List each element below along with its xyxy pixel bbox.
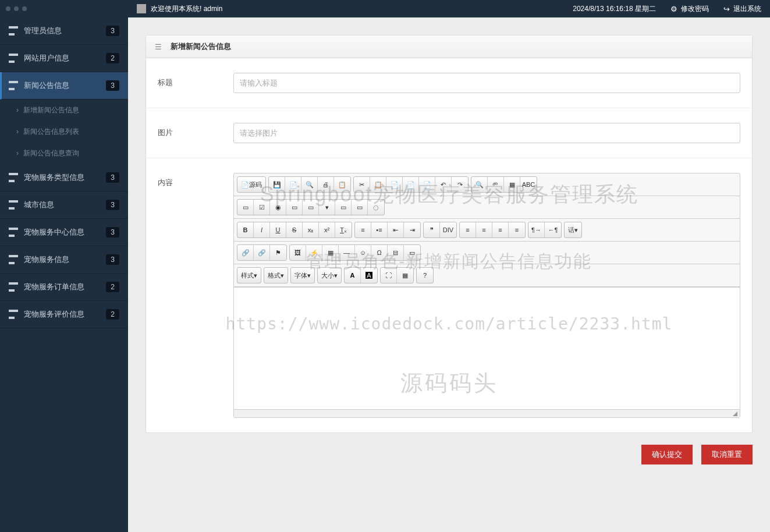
subscript-icon[interactable]: x₂: [303, 222, 319, 237]
underline-icon[interactable]: U: [270, 222, 286, 237]
print-icon[interactable]: 🖨: [318, 177, 334, 192]
nav-badge: 3: [106, 200, 119, 210]
anchor-icon[interactable]: ⚑: [270, 245, 286, 260]
flash-icon[interactable]: ⚡: [306, 245, 322, 260]
editor-resize-handle[interactable]: [234, 409, 740, 417]
ltr-icon[interactable]: ¶→: [528, 222, 545, 237]
hr-icon[interactable]: —: [339, 245, 355, 260]
paste-text-icon[interactable]: 📄: [403, 177, 419, 192]
nav-badge: 3: [106, 80, 119, 91]
rtl-icon[interactable]: ←¶: [545, 222, 561, 237]
undo-icon[interactable]: ↶: [435, 177, 452, 192]
nav-news[interactable]: 新闻公告信息 3: [0, 72, 128, 100]
image-input[interactable]: [233, 123, 740, 143]
nav-badge: 3: [106, 172, 119, 183]
unlink-icon[interactable]: 🔗: [254, 245, 270, 260]
nav-pet-review[interactable]: 宠物服务评价信息 2: [0, 301, 128, 328]
grid-icon: [9, 200, 18, 210]
save-icon[interactable]: 💾: [269, 177, 285, 192]
nav-admin[interactable]: 管理员信息 3: [0, 17, 128, 45]
nav-pet-center[interactable]: 宠物服务中心信息 3: [0, 219, 128, 246]
checkbox-icon[interactable]: ☑: [254, 200, 270, 215]
sub-add-news[interactable]: 新增新闻公告信息: [0, 100, 128, 121]
link-icon[interactable]: 🔗: [237, 245, 254, 260]
align-right-icon[interactable]: ≡: [492, 222, 509, 237]
template-icon[interactable]: 📋: [334, 177, 350, 192]
textfield-icon[interactable]: ▭: [286, 200, 303, 215]
sub-news-search[interactable]: 新闻公告信息查询: [0, 143, 128, 164]
specialchar-icon[interactable]: Ω: [371, 245, 388, 260]
cancel-button[interactable]: 取消重置: [701, 445, 753, 464]
replace-icon[interactable]: ᵃᵇ: [488, 177, 504, 192]
div-icon[interactable]: DIV: [440, 222, 456, 237]
iframe-icon[interactable]: ▭: [404, 245, 420, 260]
align-left-icon[interactable]: ≡: [460, 222, 476, 237]
nav-pet-order[interactable]: 宠物服务订单信息 2: [0, 274, 128, 301]
indent-icon[interactable]: ⇥: [404, 222, 420, 237]
newpage-icon[interactable]: 📄: [285, 177, 301, 192]
superscript-icon[interactable]: x²: [319, 222, 335, 237]
table-icon[interactable]: ▦: [322, 245, 339, 260]
bgcolor-icon[interactable]: A: [361, 268, 377, 283]
maximize-icon[interactable]: ⛶: [381, 268, 397, 283]
bold-icon[interactable]: B: [237, 222, 254, 237]
outdent-icon[interactable]: ⇤: [388, 222, 404, 237]
grid-icon: [9, 310, 18, 319]
textcolor-icon[interactable]: A: [345, 268, 361, 283]
nav-city[interactable]: 城市信息 3: [0, 191, 128, 219]
image-icon[interactable]: 🖼: [290, 245, 306, 260]
nav-label: 新闻公告信息: [24, 80, 106, 91]
numberlist-icon[interactable]: ≡: [355, 222, 371, 237]
copy-icon[interactable]: 📋: [370, 177, 386, 192]
textarea-icon[interactable]: ▭: [303, 200, 319, 215]
grid-icon: [9, 255, 18, 264]
size-select[interactable]: 大小 ▾: [318, 268, 341, 283]
removeformat-icon[interactable]: Tₓ: [335, 222, 352, 237]
imagebutton-icon[interactable]: ▭: [352, 200, 368, 215]
format-select[interactable]: 格式 ▾: [264, 268, 288, 283]
nav-pet-type[interactable]: 宠物服务类型信息 3: [0, 164, 128, 191]
radio-icon[interactable]: ◉: [270, 200, 286, 215]
bulletlist-icon[interactable]: •≡: [371, 222, 388, 237]
italic-icon[interactable]: I: [254, 222, 270, 237]
hidden-icon[interactable]: ◌: [368, 200, 384, 215]
button-icon[interactable]: ▭: [335, 200, 352, 215]
selectall-icon[interactable]: ▦: [504, 177, 520, 192]
find-icon[interactable]: 🔍: [471, 177, 488, 192]
datetime: 2024/8/13 16:16:18 星期二: [573, 4, 656, 14]
paste-word-icon[interactable]: 📄: [419, 177, 435, 192]
source-button[interactable]: 📄 源码: [237, 177, 265, 192]
editor-body[interactable]: [234, 287, 740, 409]
align-justify-icon[interactable]: ≡: [509, 222, 525, 237]
nav-users[interactable]: 网站用户信息 2: [0, 45, 128, 72]
showblocks-icon[interactable]: ▦: [397, 268, 413, 283]
strike-icon[interactable]: S: [286, 222, 303, 237]
pagebreak-icon[interactable]: ⊟: [388, 245, 404, 260]
select-icon[interactable]: ▾: [319, 200, 335, 215]
menu-icon[interactable]: ☰: [155, 42, 162, 51]
topbar: 欢迎使用本系统! admin 2024/8/13 16:16:18 星期二 ⚙ …: [128, 0, 770, 17]
grid-icon: [9, 81, 18, 90]
align-center-icon[interactable]: ≡: [476, 222, 492, 237]
blockquote-icon[interactable]: ❞: [424, 222, 440, 237]
label-image: 图片: [158, 123, 233, 143]
change-password-link[interactable]: ⚙ 修改密码: [670, 4, 709, 14]
paste-icon[interactable]: 📄: [386, 177, 403, 192]
redo-icon[interactable]: ↷: [452, 177, 468, 192]
language-select[interactable]: 话 ▾: [565, 222, 581, 237]
form-icon[interactable]: ▭: [237, 200, 254, 215]
style-select[interactable]: 样式 ▾: [237, 268, 261, 283]
smiley-icon[interactable]: ☺: [355, 245, 371, 260]
cut-icon[interactable]: ✂: [354, 177, 370, 192]
title-input[interactable]: [233, 73, 740, 93]
logout-link[interactable]: ↪ 退出系统: [723, 4, 761, 14]
about-icon[interactable]: ?: [417, 268, 433, 283]
preview-icon[interactable]: 🔍: [301, 177, 318, 192]
nav-pet-service[interactable]: 宠物服务信息 3: [0, 246, 128, 274]
gear-icon: ⚙: [670, 5, 677, 13]
submit-button[interactable]: 确认提交: [641, 445, 693, 464]
spellcheck-icon[interactable]: ABC: [520, 177, 537, 192]
font-select[interactable]: 字体 ▾: [291, 268, 314, 283]
nav-badge: 3: [106, 26, 119, 36]
sub-news-list[interactable]: 新闻公告信息列表: [0, 121, 128, 143]
